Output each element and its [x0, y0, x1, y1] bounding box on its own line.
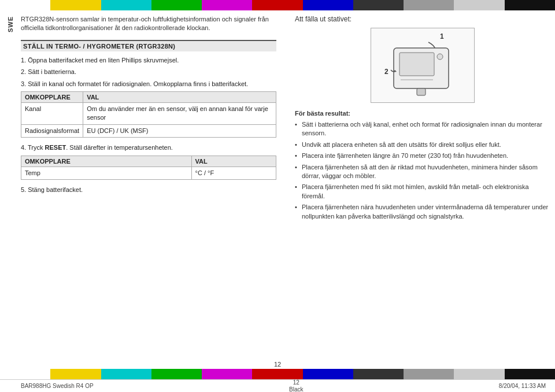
sidebar: SWE	[0, 10, 21, 361]
svg-rect-3	[399, 53, 434, 76]
bar-blue-bot	[303, 369, 353, 379]
table1-row2-col1: Radiosignalsformat	[21, 124, 83, 137]
table2-header-2: VAL	[191, 156, 276, 167]
switch-table-1: OMKOPPLARE VAL Kanal Om du använder mer …	[21, 91, 276, 138]
table1-row1-col2: Om du använder mer än en sensor, välj en…	[83, 102, 276, 124]
step-1: 1. Öppna batterifacket med en liten Phil…	[21, 56, 276, 65]
main-columns: RTGR328N-sensorn samlar in temperatur-oc…	[21, 10, 555, 361]
svg-point-6	[437, 54, 443, 60]
bar-white	[0, 0, 50, 10]
left-column: RTGR328N-sensorn samlar in temperatur-oc…	[21, 15, 281, 358]
footer-color-label: Black	[289, 386, 303, 392]
bar-black	[505, 0, 555, 10]
list-item: Placera fjärrenheten med fri sikt mot hi…	[295, 183, 550, 201]
svg-text:1: 1	[440, 32, 444, 40]
bar-cyan-bot	[101, 369, 151, 379]
best-results-title: För bästa resultat:	[295, 110, 550, 117]
bar-red	[252, 0, 302, 10]
step-3: 3. Ställ in kanal och formatet för radio…	[21, 80, 276, 88]
step-5: 5. Stäng batterifacket.	[21, 186, 276, 194]
step-3-text: 3. Ställ in kanal och formatet för radio…	[21, 80, 248, 87]
device-svg: 1 2	[376, 31, 469, 100]
table1-row1-col1: Kanal	[21, 102, 83, 124]
bar-lgray-bot	[404, 369, 454, 379]
step-4: 4. Tryck RESET. Ställ därefter in temper…	[21, 143, 276, 152]
step-2: 2. Sätt i batterierna.	[21, 68, 276, 76]
table-row: Temp °C / °F	[21, 167, 276, 179]
bullet-list: Sätt i batterierna och välj kanal, enhet…	[295, 120, 550, 221]
bar-blue	[303, 0, 353, 10]
page: SWE RTGR328N-sensorn samlar in temperatu…	[0, 0, 555, 392]
bar-magenta	[202, 0, 252, 10]
list-item: Placera inte fjärrenheten längre än 70 m…	[295, 151, 550, 160]
language-label: SWE	[7, 16, 14, 32]
bar-yellow	[50, 0, 101, 10]
fold-out-heading: Att fälla ut stativet:	[295, 15, 550, 23]
svg-text:2: 2	[384, 68, 388, 76]
bar-silver-bot	[454, 369, 504, 379]
intro-text: RTGR328N-sensorn samlar in temperatur-oc…	[21, 15, 276, 33]
list-item: Sätt i batterierna och välj kanal, enhet…	[295, 120, 550, 138]
bar-silver	[454, 0, 504, 10]
bar-dgray-bot	[353, 369, 404, 379]
table1-header-1: OMKOPPLARE	[21, 91, 83, 102]
bar-cyan	[101, 0, 151, 10]
step-1-num: 1. Öppna batterifacket med en liten Phil…	[21, 57, 179, 64]
right-column: Att fälla ut stativet: 1 2	[290, 15, 550, 358]
footer-left: BAR988HG Swedish R4 OP	[21, 383, 94, 389]
step-2-text: 2. Sätt i batterierna.	[21, 68, 76, 75]
table1-header-2: VAL	[83, 91, 276, 102]
bar-green	[151, 0, 202, 10]
footer-center: 12 Black	[289, 379, 303, 392]
step-4-text: 4. Tryck RESET. Ställ därefter in temper…	[21, 144, 173, 151]
device-illustration: 1 2	[371, 28, 475, 103]
footer-right: 8/20/04, 11:33 AM	[499, 383, 546, 389]
footer: BAR988HG Swedish R4 OP 12 Black 8/20/04,…	[0, 379, 555, 392]
bar-black-bot	[505, 369, 555, 379]
bottom-color-bar	[0, 369, 555, 379]
bar-green-bot	[151, 369, 202, 379]
table2-row1-col1: Temp	[21, 167, 192, 179]
bar-lgray	[404, 0, 454, 10]
bar-dgray	[353, 0, 404, 10]
bar-magenta-bot	[202, 369, 252, 379]
table-row: Radiosignalsformat EU (DCF) / UK (MSF)	[21, 124, 276, 137]
bar-yellow-bot	[50, 369, 101, 379]
table2-header-1: OMKOPPLARE	[21, 156, 192, 167]
bar-red-bot	[252, 369, 302, 379]
table1-row2-col2: EU (DCF) / UK (MSF)	[83, 124, 276, 137]
table2-row1-col2: °C / °F	[191, 167, 276, 179]
footer-page-number: 12	[293, 379, 299, 386]
switch-table-2: OMKOPPLARE VAL Temp °C / °F	[21, 156, 276, 180]
top-color-bar	[0, 0, 555, 10]
page-number: 12	[0, 361, 555, 369]
table-row: Kanal Om du använder mer än en sensor, v…	[21, 102, 276, 124]
list-item: Placera fjärrenheten nära huvudenheten u…	[295, 203, 550, 221]
content-area: SWE RTGR328N-sensorn samlar in temperatu…	[0, 10, 555, 361]
list-item: Undvik att placera enheten så att den ut…	[295, 140, 550, 149]
step-5-text: 5. Stäng batterifacket.	[21, 186, 83, 193]
list-item: Placera fjärrenheten så att den är rikta…	[295, 163, 550, 181]
svg-rect-4	[417, 88, 426, 95]
bar-white-bot	[0, 369, 50, 379]
section-heading: STÄLL IN TERMO- / HYGROMETER (RTGR328N)	[21, 40, 276, 51]
